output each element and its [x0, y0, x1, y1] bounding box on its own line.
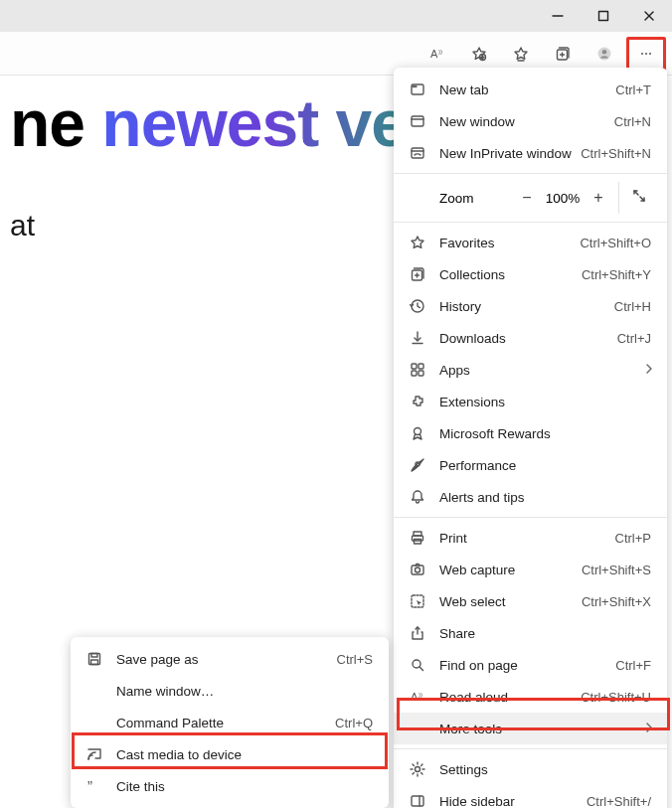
settings-and-more-button[interactable]	[626, 37, 666, 71]
menu-item-label: Command Palette	[116, 716, 335, 730]
download-icon	[410, 330, 425, 346]
svg-point-50	[416, 767, 420, 772]
zoom-row: Zoom−100%+	[394, 178, 667, 218]
menu-new-inprivate-window[interactable]: New InPrivate windowCtrl+Shift+N	[394, 137, 667, 169]
submenu-cite-this[interactable]: ”Cite this	[71, 770, 389, 802]
chevron-right-icon	[641, 720, 657, 738]
menu-share[interactable]: Share	[394, 617, 667, 649]
menu-item-label: Settings	[439, 762, 651, 777]
menu-favorites[interactable]: FavoritesCtrl+Shift+O	[394, 227, 667, 258]
menu-item-label: Find on page	[439, 658, 615, 673]
svg-point-43	[416, 567, 420, 572]
menu-performance[interactable]: Performance	[394, 449, 667, 481]
svg-rect-35	[419, 364, 423, 369]
menu-item-shortcut: Ctrl+Shift+N	[581, 146, 651, 161]
svg-point-16	[645, 53, 647, 55]
zoom-label: Zoom	[439, 191, 513, 206]
svg-line-47	[420, 667, 423, 671]
capture-icon	[410, 562, 425, 577]
menu-apps[interactable]: Apps	[394, 354, 667, 386]
menu-settings[interactable]: Settings	[394, 753, 667, 785]
chevron-right-icon	[641, 361, 657, 380]
svg-rect-22	[412, 116, 423, 126]
menu-history[interactable]: HistoryCtrl+H	[394, 290, 667, 322]
profile-icon[interactable]	[585, 37, 624, 71]
menu-print[interactable]: PrintCtrl+P	[394, 522, 667, 554]
menu-item-shortcut: Ctrl+Shift+X	[582, 594, 651, 609]
more-tools-submenu: Save page asCtrl+SName window…Command Pa…	[71, 637, 389, 808]
svg-rect-24	[412, 148, 423, 158]
svg-rect-41	[415, 540, 421, 545]
inprivate-icon	[410, 145, 425, 161]
read-icon: A))	[410, 689, 425, 705]
menu-item-label: Print	[439, 531, 615, 546]
menu-item-shortcut: Ctrl+S	[337, 652, 373, 667]
menu-hide-sidebar[interactable]: Hide sidebarCtrl+Shift+/	[394, 785, 667, 808]
close-button[interactable]	[626, 0, 672, 32]
page-content: ne newest ver at	[0, 76, 441, 252]
star-icon	[410, 235, 425, 250]
menu-new-window[interactable]: New windowCtrl+N	[394, 105, 667, 137]
menu-item-label: Downloads	[439, 331, 617, 346]
svg-text:”: ”	[87, 778, 92, 794]
favorites-icon[interactable]	[501, 37, 541, 71]
svg-point-14	[602, 49, 607, 54]
submenu-cast-media-to-device[interactable]: Cast media to device	[71, 738, 389, 770]
rewards-icon	[410, 425, 425, 441]
menu-new-tab[interactable]: New tabCtrl+T	[394, 74, 667, 105]
menu-item-label: Collections	[439, 267, 582, 282]
history-icon	[410, 298, 425, 314]
extensions-icon	[410, 394, 425, 409]
menu-item-label: Web capture	[439, 563, 582, 577]
svg-rect-34	[412, 364, 417, 369]
menu-web-capture[interactable]: Web captureCtrl+Shift+S	[394, 554, 667, 585]
menu-item-shortcut: Ctrl+T	[615, 82, 651, 97]
print-icon	[410, 530, 425, 546]
sidebar-icon	[410, 793, 425, 808]
menu-item-label: More tools	[439, 722, 651, 736]
svg-rect-36	[412, 371, 417, 376]
menu-item-shortcut: Ctrl+Shift+/	[587, 794, 651, 809]
read-aloud-icon[interactable]: A))	[418, 37, 457, 71]
fullscreen-button[interactable]	[625, 188, 653, 208]
headline-gradient: newest ver	[101, 86, 430, 160]
add-favorite-icon[interactable]	[459, 37, 499, 71]
svg-point-21	[416, 86, 417, 87]
svg-point-56	[88, 758, 89, 759]
menu-item-shortcut: Ctrl+Shift+Y	[582, 267, 651, 282]
subtext: at	[10, 209, 431, 242]
menu-downloads[interactable]: DownloadsCtrl+J	[394, 322, 667, 354]
menu-item-label: History	[439, 299, 614, 314]
maximize-button[interactable]	[581, 0, 626, 32]
menu-microsoft-rewards[interactable]: Microsoft Rewards	[394, 417, 667, 449]
menu-read-aloud[interactable]: A))Read aloudCtrl+Shift+U	[394, 681, 667, 713]
menu-item-label: Cast media to device	[116, 747, 373, 762]
minimize-button[interactable]	[535, 0, 581, 32]
menu-collections[interactable]: CollectionsCtrl+Shift+Y	[394, 258, 667, 290]
menu-find-on-page[interactable]: Find on pageCtrl+F	[394, 649, 667, 681]
collections-icon[interactable]	[543, 37, 583, 71]
bell-icon	[410, 489, 425, 505]
menu-item-label: Alerts and tips	[439, 490, 651, 505]
zoom-in-button[interactable]: +	[585, 189, 612, 207]
menu-web-select[interactable]: Web selectCtrl+Shift+X	[394, 585, 667, 617]
menu-item-shortcut: Ctrl+N	[614, 114, 651, 129]
submenu-command-palette[interactable]: Command PaletteCtrl+Q	[71, 707, 389, 738]
menu-extensions[interactable]: Extensions	[394, 386, 667, 417]
submenu-save-page-as[interactable]: Save page asCtrl+S	[71, 643, 389, 675]
menu-item-shortcut: Ctrl+H	[614, 299, 651, 314]
menu-more-tools[interactable]: More tools	[394, 713, 667, 744]
submenu-name-window-[interactable]: Name window…	[71, 675, 389, 707]
menu-item-label: Read aloud	[439, 690, 581, 705]
menu-item-shortcut: Ctrl+Shift+O	[580, 236, 651, 250]
window-icon	[410, 113, 425, 129]
svg-text:A: A	[430, 48, 438, 60]
svg-point-17	[649, 53, 651, 55]
menu-item-label: New tab	[439, 82, 615, 97]
menu-item-shortcut: Ctrl+Q	[335, 716, 373, 730]
find-icon	[410, 657, 425, 673]
settings-menu: New tabCtrl+TNew windowCtrl+NNew InPriva…	[394, 68, 667, 808]
zoom-out-button[interactable]: −	[513, 189, 541, 207]
menu-alerts-and-tips[interactable]: Alerts and tips	[394, 481, 667, 513]
svg-text:)): ))	[419, 692, 422, 698]
